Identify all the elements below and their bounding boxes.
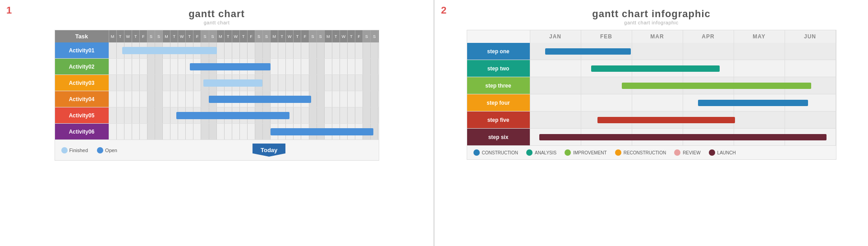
gantt2-legend-item: RECONSTRUCTION [615,149,666,156]
gantt2-month-header-cell: MAR [632,30,683,43]
gantt2-bar [597,117,735,123]
gantt2-legend-label: CONSTRUCTION [482,150,519,155]
gantt2-bar [539,134,827,140]
gantt1-task-label: Activity02 [55,59,109,74]
gantt2-month-header-cell: JAN [530,30,581,43]
today-button[interactable]: Today [253,144,285,157]
gantt1-grid-cell [109,75,379,91]
gantt1-legend-open: Open [97,147,117,153]
gantt1-row: Activity03 [55,75,379,91]
gantt2-legend-dot [615,149,621,156]
gantt1-row: Activity05 [55,107,379,124]
gantt2-month-header-cell: JUN [785,30,836,43]
finished-dot [61,147,68,153]
gantt2-legend-label: ANALYSIS [535,150,556,155]
gantt2-legend-label: LAUNCH [717,150,736,155]
gantt2-legend-label: RECONSTRUCTION [624,150,666,155]
gantt1-bar [209,96,311,103]
gantt2-step-label: step one [467,43,530,60]
gantt2-legend-item: ANALYSIS [526,149,556,156]
gantt2-legend-label: REVIEW [683,150,700,155]
gantt1-bar [190,63,271,70]
gantt1-row: Activity06 [55,124,379,140]
panel-1-subtitle: gantt chart [11,20,423,25]
gantt2-row: step three [467,77,836,94]
gantt2-chart: JANFEBMARAPRMAYJUN step onestep twostep … [467,30,836,160]
gantt2-legend: CONSTRUCTIONANALYSISIMPROVEMENTRECONSTRU… [467,146,836,159]
gantt1-days-header: MTWTFSSMTWTFSSMTWTFSSMTWTFSSMTWTFSS [109,30,379,42]
gantt2-bar [591,65,720,72]
gantt2-bar [545,48,631,55]
gantt1-row: Activity04 [55,91,379,107]
gantt2-row: step five [467,111,836,129]
gantt1-task-label: Activity03 [55,75,109,91]
gantt2-month-header-cell: FEB [581,30,632,43]
gantt1-grid-cell [109,91,379,107]
gantt1-row: Activity01 [55,42,379,59]
gantt1-task-header: Task [55,30,109,42]
gantt1-legend-finished: Finished [61,147,88,153]
gantt2-legend-item: IMPROVEMENT [565,149,606,156]
gantt2-legend-item: REVIEW [674,149,700,156]
panel-2-title: gantt chart infographic [445,8,857,20]
gantt2-month-header-cell: APR [683,30,734,43]
gantt1-task-label: Activity06 [55,124,109,139]
gantt2-grid-area [530,111,836,128]
gantt1-body: Activity01Activity02Activity03Activity04… [55,42,379,140]
gantt2-legend-item: LAUNCH [709,149,736,156]
gantt2-bar [698,100,808,106]
gantt2-bar [622,83,811,89]
finished-label: Finished [69,148,88,153]
gantt2-month-header-cell: MAY [734,30,785,43]
open-dot [97,147,103,153]
gantt2-step-label: step three [467,77,530,94]
gantt1-bar [271,128,373,135]
gantt2-row: step one [467,43,836,60]
gantt1-bar [203,79,263,87]
gantt1-row: Activity02 [55,59,379,75]
gantt2-months-header: JANFEBMARAPRMAYJUN [530,30,836,43]
panel-2-subtitle: gantt chart infographic [445,20,857,25]
gantt2-step-label: step six [467,129,530,145]
gantt2-grid-area [530,129,836,145]
gantt2-legend-dot [709,149,715,156]
gantt2-row: step four [467,94,836,111]
panel-2-number: 2 [441,5,446,16]
gantt2-step-label: step five [467,111,530,128]
gantt2-body: step onestep twostep threestep fourstep … [467,43,836,146]
gantt2-grid-area [530,94,836,111]
gantt2-step-label: step four [467,94,530,111]
gantt1-bar [176,112,289,119]
gantt2-step-label: step two [467,60,530,77]
panel-1-number: 1 [6,5,12,16]
gantt1-grid-cell [109,107,379,123]
gantt1-grid-cell [109,42,379,58]
gantt1-task-label: Activity04 [55,91,109,107]
open-label: Open [105,148,117,153]
gantt2-legend-label: IMPROVEMENT [573,150,606,155]
gantt2-legend-dot [565,149,571,156]
gantt1-grid-cell [109,124,379,139]
gantt2-legend-dot [674,149,680,156]
gantt2-grid-area [530,60,836,77]
gantt2-legend-item: CONSTRUCTION [473,149,519,156]
gantt2-grid-area [530,77,836,94]
gantt1-chart: Task MTWTFSSMTWTFSSMTWTFSSMTWTFSSMTWTFSS… [55,30,379,161]
gantt1-task-label: Activity01 [55,42,109,58]
gantt2-legend-dot [526,149,533,156]
gantt1-header: Task MTWTFSSMTWTFSSMTWTFSSMTWTFSSMTWTFSS [55,30,379,42]
gantt1-legend: Finished Open Today [55,140,379,160]
gantt2-row: step two [467,60,836,77]
panel-1: 1 gantt chart gantt chart Task MTWTFSSMT… [0,0,433,246]
gantt2-grid-area [530,43,836,60]
gantt1-task-label: Activity05 [55,107,109,123]
gantt2-label-col-header [467,30,530,43]
panel-1-title: gantt chart [11,8,423,20]
panel-2: 2 gantt chart infographic gantt chart in… [435,0,868,246]
gantt2-legend-dot [473,149,480,156]
gantt2-header: JANFEBMARAPRMAYJUN [467,30,836,43]
gantt1-bar [122,47,216,54]
gantt2-row: step six [467,129,836,146]
gantt1-grid-cell [109,59,379,74]
